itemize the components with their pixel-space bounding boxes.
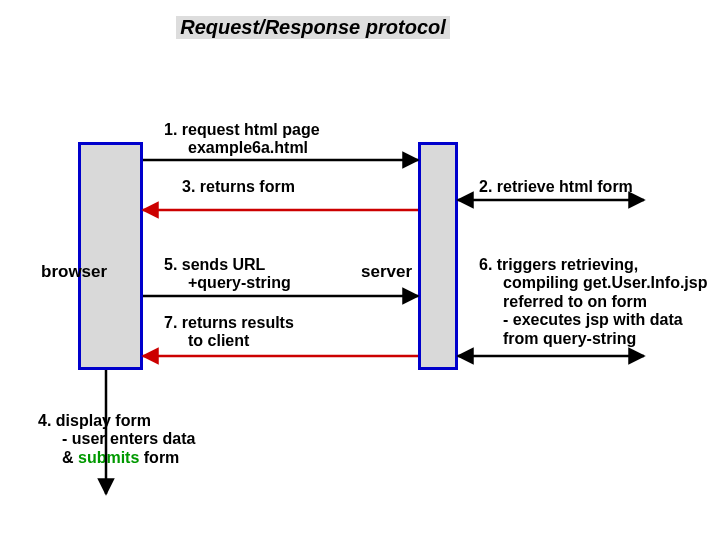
step-5-line2: +query-string <box>164 274 364 292</box>
diagram-title: Request/Response protocol <box>176 16 450 39</box>
step-7-line2: to client <box>164 332 364 350</box>
step-4-line3: & submits form <box>38 449 298 467</box>
step-1-line2: example6a.html <box>164 139 404 157</box>
step-4-line2: - user enters data <box>38 430 298 448</box>
browser-box <box>78 142 143 370</box>
browser-label: browser <box>41 262 107 282</box>
step-2-text: 2. retrieve html form <box>479 178 633 195</box>
step-4: 4. display form - user enters data & sub… <box>38 412 298 467</box>
step-6-line1: 6. triggers retrieving, <box>479 256 638 273</box>
step-5: 5. sends URL +query-string <box>164 256 364 293</box>
server-label: server <box>361 262 412 282</box>
step-6-line3: referred to on form <box>479 293 709 311</box>
step-6-line4: - executes jsp with data <box>479 311 709 329</box>
step-5-line1: 5. sends URL <box>164 256 265 273</box>
diagram-stage: Request/Response protocol browser server… <box>0 0 720 540</box>
step-3: 3. returns form <box>182 178 382 196</box>
step-6-line5: from query-string <box>479 330 709 348</box>
step-4-line1: 4. display form <box>38 412 151 429</box>
step-7: 7. returns results to client <box>164 314 364 351</box>
step-2: 2. retrieve html form <box>479 178 709 196</box>
step-1: 1. request html page example6a.html <box>164 121 404 158</box>
step-3-text: 3. returns form <box>182 178 295 195</box>
step-6: 6. triggers retrieving, compiling get.Us… <box>479 256 709 348</box>
server-box <box>418 142 458 370</box>
step-6-line2: compiling get.User.Info.jsp <box>479 274 709 292</box>
step-7-line1: 7. returns results <box>164 314 294 331</box>
step-1-line1: 1. request html page <box>164 121 320 138</box>
